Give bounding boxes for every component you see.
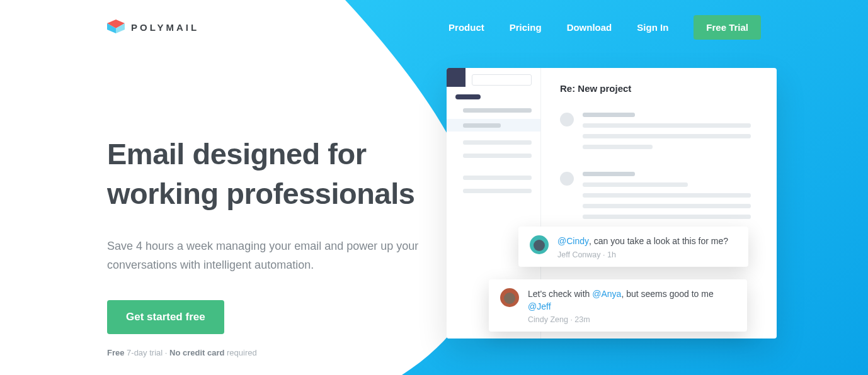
hero-title-line1: Email designed for <box>107 137 366 171</box>
header: POLYMAIL Product Pricing Download Sign I… <box>0 0 868 40</box>
nav-signin[interactable]: Sign In <box>637 22 668 33</box>
comment-body: Let's check with @Anya, but seems good t… <box>528 288 734 324</box>
preview-line <box>583 123 751 128</box>
avatar <box>500 288 519 307</box>
comment-card: Let's check with @Anya, but seems good t… <box>489 279 747 332</box>
comment-text-part: , but seems good to me <box>621 289 713 299</box>
logo-icon <box>107 20 125 36</box>
comment-text: @Cindy, can you take a look at this for … <box>557 235 736 248</box>
preview-line <box>583 215 751 219</box>
preview-line <box>463 189 532 193</box>
mention: @Anya <box>592 289 621 299</box>
trial-note: Free 7-day trial · No credit card requir… <box>107 348 454 357</box>
get-started-button[interactable]: Get started free <box>107 300 224 334</box>
comment-text-part: , can you take a look at this for me? <box>589 236 728 246</box>
comment-meta: Jeff Conway · 1h <box>557 250 736 259</box>
avatar-placeholder <box>560 113 574 126</box>
nav-download[interactable]: Download <box>567 22 612 33</box>
hero-section: Email designed for working professionals… <box>0 40 454 357</box>
preview-line <box>463 108 532 113</box>
preview-line <box>583 204 751 208</box>
mention: @Cindy <box>557 236 589 246</box>
preview-line <box>463 176 532 180</box>
hero-title: Email designed for working professionals <box>107 134 454 214</box>
nav-product[interactable]: Product <box>448 22 484 33</box>
hero-title-line2: working professionals <box>107 177 414 210</box>
preview-search-placeholder <box>472 74 532 86</box>
preview-row-active <box>447 119 540 132</box>
nav-pricing[interactable]: Pricing <box>510 22 542 33</box>
preview-line <box>583 172 635 176</box>
preview-line <box>463 154 532 158</box>
logo[interactable]: POLYMAIL <box>107 20 199 36</box>
preview-message <box>560 113 758 155</box>
preview-line <box>583 134 751 138</box>
comment-meta: Cindy Zeng · 23m <box>528 315 734 324</box>
comment-text-part: Let's check with <box>528 289 592 299</box>
preview-subject: Re: New project <box>560 83 758 94</box>
comment-body: @Cindy, can you take a look at this for … <box>557 235 736 259</box>
comment-text: Let's check with @Anya, but seems good t… <box>528 288 734 313</box>
trial-note-free: Free <box>107 348 124 357</box>
preview-label-placeholder <box>455 94 481 99</box>
preview-message <box>560 172 758 225</box>
trial-note-trial: 7-day trial · <box>124 348 169 357</box>
preview-line <box>463 140 532 145</box>
avatar <box>530 235 549 254</box>
mention: @Jeff <box>528 301 551 311</box>
comment-card: @Cindy, can you take a look at this for … <box>518 227 748 267</box>
avatar-placeholder <box>560 172 574 186</box>
hero-subtitle: Save 4 hours a week managing your email … <box>107 237 454 275</box>
trial-note-req: required <box>224 348 256 357</box>
trial-note-nocc: No credit card <box>169 348 224 357</box>
preview-line <box>583 182 688 187</box>
logo-text: POLYMAIL <box>131 22 199 33</box>
free-trial-button[interactable]: Free Trial <box>694 15 761 40</box>
preview-line <box>583 193 751 198</box>
main-nav: Product Pricing Download Sign In Free Tr… <box>448 15 761 40</box>
preview-line <box>583 113 635 117</box>
preview-line <box>583 145 653 149</box>
